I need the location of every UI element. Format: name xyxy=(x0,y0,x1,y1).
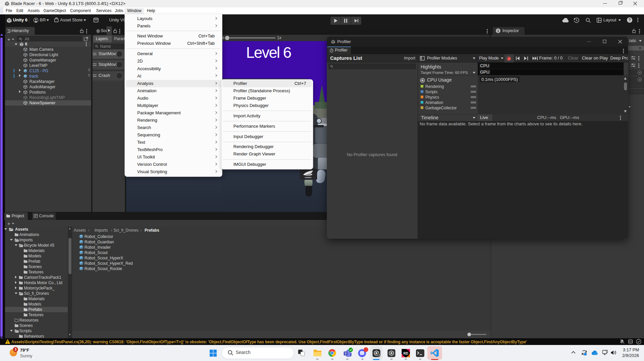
svg-text:HONDA: HONDA xyxy=(305,176,311,178)
svg-text:T: T xyxy=(345,352,347,355)
svg-text:RD: RD xyxy=(403,352,408,355)
